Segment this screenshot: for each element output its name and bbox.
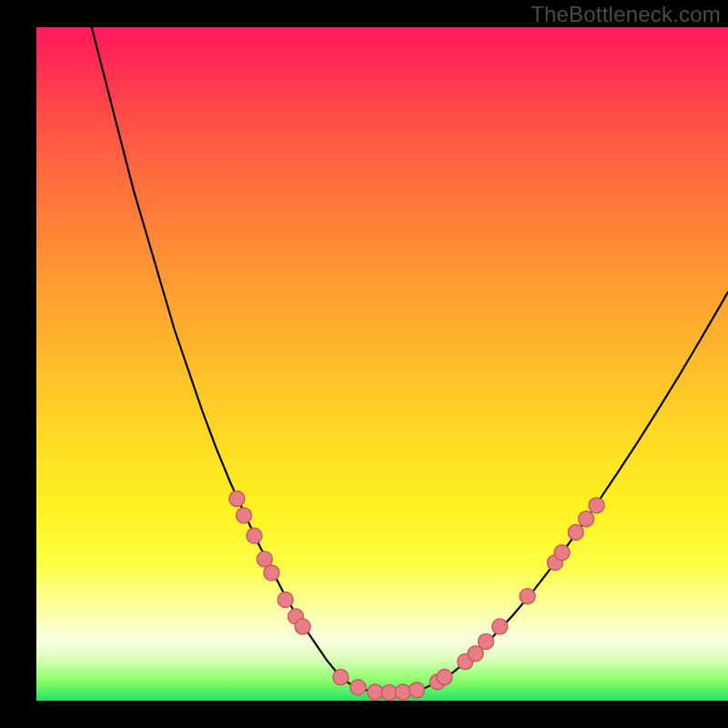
data-marker [437, 670, 452, 685]
data-marker [410, 682, 425, 698]
plot-area [36, 27, 728, 701]
data-marker [295, 619, 310, 634]
data-marker [237, 508, 252, 523]
curve-right-branch [451, 292, 728, 674]
data-marker [479, 633, 494, 649]
data-marker [350, 680, 366, 695]
data-marker [579, 511, 594, 527]
data-marker [247, 528, 262, 543]
data-marker [368, 684, 383, 700]
data-marker [381, 685, 397, 701]
data-marker [278, 592, 293, 608]
data-marker [520, 589, 535, 604]
curve-left-branch [92, 27, 355, 687]
chart-frame: TheBottleneck.com [0, 0, 728, 728]
chart-overlay [36, 27, 728, 701]
watermark-text: TheBottleneck.com [531, 2, 721, 27]
data-marker [333, 670, 349, 685]
data-marker [589, 498, 604, 513]
data-marker [568, 525, 583, 541]
marker-group [229, 491, 604, 701]
data-marker [554, 545, 570, 561]
data-marker [492, 619, 508, 634]
data-marker [395, 684, 410, 700]
data-marker [264, 565, 279, 581]
data-marker [229, 491, 245, 507]
